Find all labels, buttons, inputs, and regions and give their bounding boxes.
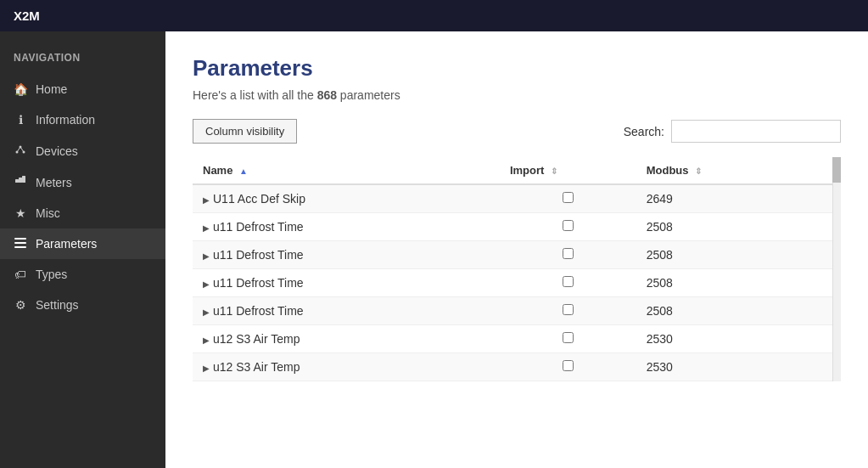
svg-rect-10 bbox=[14, 246, 26, 248]
sidebar-item-parameters[interactable]: Parameters bbox=[0, 228, 165, 259]
cell-modbus: 2508 bbox=[636, 213, 841, 241]
sidebar-item-label: Home bbox=[36, 82, 67, 96]
expand-icon[interactable]: ▶ bbox=[203, 279, 210, 289]
cell-modbus: 2530 bbox=[636, 325, 841, 353]
cell-name: ▶u11 Defrost Time bbox=[193, 297, 500, 325]
app-title: X2M bbox=[14, 8, 40, 23]
modbus-sort-icon: ⇕ bbox=[695, 166, 702, 176]
parameters-icon bbox=[14, 237, 27, 251]
cell-name: ▶u11 Defrost Time bbox=[193, 213, 500, 241]
table-row: ▶U11 Acc Def Skip2649 bbox=[193, 184, 841, 213]
col-import-label: Import bbox=[510, 164, 544, 177]
types-icon: 🏷 bbox=[14, 268, 27, 281]
expand-icon[interactable]: ▶ bbox=[203, 251, 210, 261]
col-header-import[interactable]: Import ⇕ bbox=[500, 157, 636, 184]
cell-import bbox=[500, 241, 636, 269]
import-checkbox[interactable] bbox=[563, 304, 574, 315]
cell-name: ▶u11 Defrost Time bbox=[193, 269, 500, 297]
expand-icon[interactable]: ▶ bbox=[203, 195, 210, 205]
svg-rect-8 bbox=[14, 238, 26, 240]
misc-icon: ★ bbox=[14, 206, 27, 220]
cell-name: ▶u12 S3 Air Temp bbox=[193, 325, 500, 353]
scrollbar-thumb[interactable] bbox=[832, 157, 841, 183]
cell-name: ▶U11 Acc Def Skip bbox=[193, 184, 500, 213]
col-modbus-label: Modbus bbox=[647, 164, 689, 177]
nav-label: NAVIGATION bbox=[0, 45, 165, 74]
svg-rect-9 bbox=[14, 242, 26, 244]
cell-import bbox=[500, 269, 636, 297]
toolbar: Column visibility Search: bbox=[193, 119, 841, 144]
svg-line-3 bbox=[17, 147, 20, 152]
cell-import bbox=[500, 184, 636, 213]
cell-import bbox=[500, 353, 636, 381]
sidebar-item-label: Misc bbox=[36, 206, 60, 220]
table-row: ▶u11 Defrost Time2508 bbox=[193, 297, 841, 325]
cell-name: ▶u11 Defrost Time bbox=[193, 241, 500, 269]
import-checkbox[interactable] bbox=[563, 276, 574, 287]
svg-line-4 bbox=[20, 147, 24, 152]
table-row: ▶u12 S3 Air Temp2530 bbox=[193, 325, 841, 353]
import-checkbox[interactable] bbox=[563, 220, 574, 231]
table-row: ▶u11 Defrost Time2508 bbox=[193, 213, 841, 241]
info-icon: ℹ bbox=[14, 113, 27, 127]
cell-modbus: 2649 bbox=[636, 184, 841, 213]
name-sort-asc-icon: ▲ bbox=[239, 166, 248, 176]
col-header-modbus[interactable]: Modbus ⇕ bbox=[636, 157, 841, 184]
col-name-label: Name bbox=[203, 164, 232, 177]
import-checkbox[interactable] bbox=[563, 360, 574, 371]
table-row: ▶u12 S3 Air Temp2530 bbox=[193, 353, 841, 381]
scrollbar[interactable] bbox=[832, 157, 841, 381]
parameters-table: Name ▲ Import ⇕ Modbus ⇕ ▶U1 bbox=[193, 157, 841, 381]
import-sort-icon: ⇕ bbox=[551, 166, 557, 176]
topbar: X2M bbox=[0, 0, 868, 31]
cell-import bbox=[500, 297, 636, 325]
sidebar-item-label: Information bbox=[36, 113, 95, 127]
cell-import bbox=[500, 325, 636, 353]
sidebar-item-label: Devices bbox=[36, 144, 78, 158]
column-visibility-button[interactable]: Column visibility bbox=[193, 119, 297, 144]
search-input[interactable] bbox=[671, 120, 841, 143]
cell-name: ▶u12 S3 Air Temp bbox=[193, 353, 500, 381]
sidebar-item-devices[interactable]: Devices bbox=[0, 135, 165, 166]
sidebar-item-label: Parameters bbox=[36, 237, 97, 251]
sidebar-item-home[interactable]: 🏠 Home bbox=[0, 74, 165, 104]
sidebar-item-misc[interactable]: ★ Misc bbox=[0, 198, 165, 228]
import-checkbox[interactable] bbox=[563, 192, 574, 203]
expand-icon[interactable]: ▶ bbox=[203, 223, 210, 233]
search-area: Search: bbox=[624, 120, 841, 143]
svg-rect-5 bbox=[15, 179, 19, 183]
home-icon: 🏠 bbox=[14, 82, 27, 96]
cell-modbus: 2508 bbox=[636, 269, 841, 297]
sidebar-item-label: Meters bbox=[36, 176, 72, 189]
expand-icon[interactable]: ▶ bbox=[203, 335, 210, 345]
expand-icon[interactable]: ▶ bbox=[203, 364, 210, 373]
import-checkbox[interactable] bbox=[563, 248, 574, 259]
sidebar-item-types[interactable]: 🏷 Types bbox=[0, 259, 165, 290]
svg-rect-7 bbox=[22, 176, 25, 183]
sidebar-item-label: Settings bbox=[36, 298, 79, 312]
cell-modbus: 2530 bbox=[636, 353, 841, 381]
cell-modbus: 2508 bbox=[636, 297, 841, 325]
col-header-name[interactable]: Name ▲ bbox=[193, 157, 500, 184]
svg-rect-6 bbox=[19, 178, 22, 183]
import-checkbox[interactable] bbox=[563, 332, 574, 343]
sidebar: NAVIGATION 🏠 Home ℹ Information Devices bbox=[0, 31, 165, 468]
devices-icon bbox=[14, 144, 27, 158]
sidebar-item-information[interactable]: ℹ Information bbox=[0, 104, 165, 135]
cell-modbus: 2508 bbox=[636, 241, 841, 269]
page-title: Parameters bbox=[193, 55, 841, 82]
table-header-row: Name ▲ Import ⇕ Modbus ⇕ bbox=[193, 157, 841, 184]
table-wrapper: Name ▲ Import ⇕ Modbus ⇕ ▶U1 bbox=[193, 157, 841, 381]
settings-icon: ⚙ bbox=[14, 298, 27, 312]
table-row: ▶u11 Defrost Time2508 bbox=[193, 269, 841, 297]
expand-icon[interactable]: ▶ bbox=[203, 307, 210, 317]
sidebar-item-meters[interactable]: Meters bbox=[0, 166, 165, 198]
cell-import bbox=[500, 213, 636, 241]
main-content: Parameters Here's a list with all the 86… bbox=[165, 31, 868, 468]
layout: NAVIGATION 🏠 Home ℹ Information Devices bbox=[0, 31, 868, 468]
table-row: ▶u11 Defrost Time2508 bbox=[193, 241, 841, 269]
page-subtitle: Here's a list with all the 868 parameter… bbox=[193, 88, 841, 102]
sidebar-item-settings[interactable]: ⚙ Settings bbox=[0, 290, 165, 320]
meters-icon bbox=[14, 175, 27, 189]
search-label: Search: bbox=[624, 125, 664, 138]
